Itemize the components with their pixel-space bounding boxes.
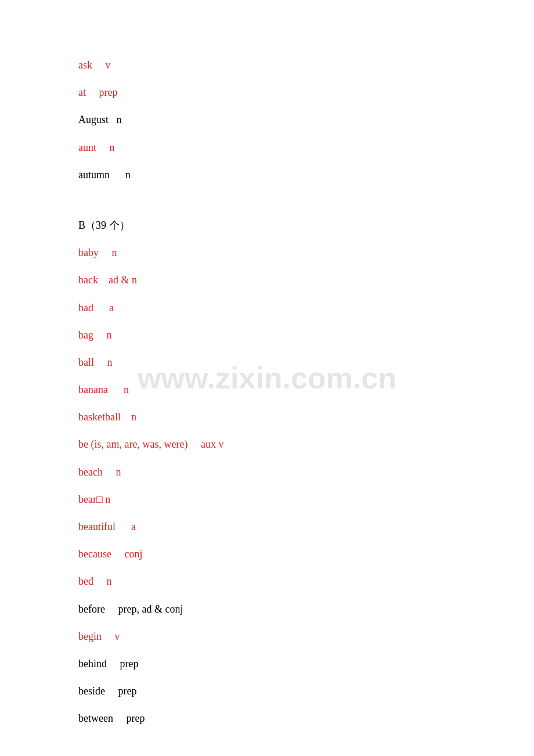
list-item: banana n (78, 383, 456, 397)
word-text: ball (78, 357, 94, 368)
pos-text: prep (107, 685, 136, 697)
list-item: beach n (78, 465, 456, 480)
word-text: August (78, 114, 109, 125)
main-content: ask v at prep August n aunt n autumn n B… (0, 0, 534, 756)
word-text: because (78, 548, 111, 560)
list-item: behind prep (78, 657, 456, 671)
word-text: ask (78, 59, 92, 71)
word-text: basketball (78, 411, 121, 423)
list-item: back ad & n (78, 273, 456, 287)
word-text: before (78, 603, 105, 615)
list-item: bear□ n (78, 492, 456, 507)
list-item: beautiful a (78, 520, 456, 534)
pos-text: n (110, 384, 129, 395)
word-text: baby (78, 247, 99, 258)
word-text: beautiful (78, 521, 116, 532)
list-item: autumn n (78, 168, 456, 182)
list-item: at prep (78, 85, 456, 100)
word-text: back (78, 274, 98, 286)
word-text: behind (78, 658, 107, 669)
word-text: bed (78, 575, 93, 587)
pos-text: n (97, 357, 113, 368)
pos-text: prep, ad & conj (107, 603, 183, 615)
word-text: autumn (78, 169, 110, 181)
pos-text: prep (110, 658, 139, 669)
list-item: between prep (78, 711, 456, 726)
word-text: banana (78, 384, 108, 395)
pos-text: n (111, 114, 122, 125)
list-item: ball n (78, 355, 456, 370)
word-text: bag (78, 329, 93, 341)
section-b-label: B（39 个） (78, 219, 130, 231)
entries-a-list: ask v at prep August n aunt n autumn n (78, 58, 456, 182)
word-text: beside (78, 685, 105, 697)
spacer (78, 195, 456, 213)
pos-text: n (96, 329, 112, 341)
pos-text: aux v (190, 438, 224, 450)
list-item: because conj (78, 547, 456, 561)
list-item: aunt n (78, 141, 456, 155)
word-text: bad (78, 302, 93, 314)
list-item: baby n (78, 246, 456, 260)
pos-text: n (105, 466, 121, 478)
list-item: before prep, ad & conj (78, 602, 456, 617)
pos-text: conj (114, 548, 142, 560)
list-item: ask v (78, 58, 456, 73)
list-item: beside prep (78, 684, 456, 699)
word-text: at (78, 87, 86, 98)
pos-text: n (96, 575, 112, 587)
word-text: aunt (78, 142, 96, 153)
list-item: bed n (78, 574, 456, 589)
list-item: begin v (78, 629, 456, 644)
pos-text: n (113, 169, 131, 181)
list-item: bad a (78, 301, 456, 315)
word-text: begin (78, 631, 102, 642)
word-text: between (78, 712, 113, 724)
pos-text: prep (89, 87, 118, 98)
pos-text: v (104, 631, 120, 642)
list-item: basketball n (78, 410, 456, 424)
pos-text: n (102, 247, 117, 258)
word-text: beach (78, 466, 103, 478)
pos-text: prep (116, 712, 145, 724)
pos-text: a (118, 521, 136, 532)
list-item: August n (78, 113, 456, 127)
section-b-header: B（39 个） (78, 218, 456, 233)
entries-b-list: baby n back ad & n bad a bag n ball n ba… (78, 246, 456, 726)
word-text: be (is, am, are, was, were) (78, 438, 187, 450)
pos-text: v (95, 59, 111, 71)
pos-text: n (123, 411, 136, 423)
pos-text: n (99, 142, 115, 153)
list-item: be (is, am, are, was, were) aux v (78, 437, 456, 452)
pos-text: ad & n (100, 274, 137, 286)
list-item: bag n (78, 328, 456, 343)
word-text: bear□ n (78, 494, 110, 505)
pos-text: a (96, 302, 114, 314)
